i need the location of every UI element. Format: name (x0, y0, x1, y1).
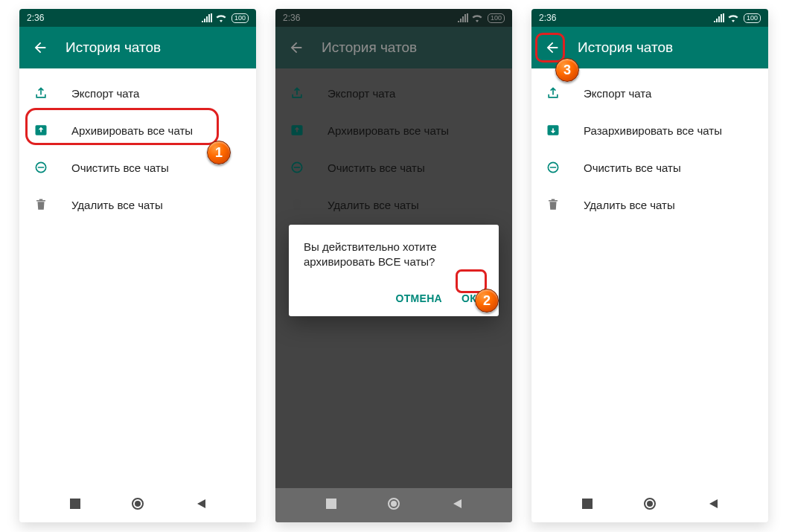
recent-apps-button[interactable] (69, 498, 81, 513)
trash-icon (545, 196, 561, 213)
status-bar: 2:36 100 (19, 9, 256, 27)
status-time: 2:36 (283, 13, 300, 23)
wifi-icon (727, 13, 739, 22)
dialog-cancel-button[interactable]: ОТМЕНА (388, 286, 449, 310)
row-archive-all: Архивировать все чаты (275, 112, 512, 149)
row-unarchive-all[interactable]: Разархивировать все чаты (531, 112, 768, 149)
row-label: Удалить все чаты (328, 199, 419, 211)
back-button[interactable] (539, 34, 566, 61)
status-time: 2:36 (539, 13, 556, 23)
settings-list: Экспорт чата Разархивировать все чаты Оч… (531, 68, 768, 488)
dialog-message: Вы действительно хотите архивировать ВСЕ… (304, 240, 484, 270)
export-icon (289, 85, 305, 101)
row-label: Экспорт чата (328, 87, 395, 100)
app-bar: История чатов (531, 27, 768, 68)
phone-screen-3: 2:36 100 История чатов Экспорт чата Раза… (531, 9, 768, 522)
svg-rect-7 (326, 499, 336, 509)
row-export-chat: Экспорт чата (275, 74, 512, 112)
home-button[interactable] (130, 496, 145, 514)
battery-indicator: 100 (744, 13, 761, 23)
settings-list: Экспорт чата Архивировать все чаты Очист… (19, 68, 256, 488)
back-button[interactable] (27, 34, 54, 61)
trash-icon (33, 196, 49, 213)
row-clear-all[interactable]: Очистить все чаты (531, 149, 768, 186)
status-time: 2:36 (27, 13, 44, 23)
app-bar: История чатов (275, 27, 512, 68)
battery-indicator: 100 (488, 13, 505, 23)
row-delete-all: Удалить все чаты (275, 186, 512, 223)
home-button[interactable] (642, 496, 657, 514)
row-label: Разархивировать все чаты (584, 124, 722, 137)
svg-point-14 (648, 501, 652, 506)
status-bar: 2:36 100 (275, 9, 512, 27)
export-icon (545, 85, 561, 101)
row-label: Очистить все чаты (584, 161, 681, 174)
wifi-icon (471, 13, 483, 22)
back-nav-button[interactable] (707, 498, 719, 513)
dialog-ok-button[interactable]: ОК (454, 286, 484, 310)
row-label: Архивировать все чаты (328, 124, 449, 137)
recent-apps-button[interactable] (581, 498, 593, 513)
recent-apps-button[interactable] (325, 498, 337, 513)
android-nav-bar (531, 488, 768, 522)
app-bar: История чатов (19, 27, 256, 68)
home-button[interactable] (386, 496, 401, 514)
row-label: Очистить все чаты (71, 161, 169, 174)
signal-icon (458, 13, 468, 22)
row-delete-all[interactable]: Удалить все чаты (531, 186, 768, 223)
arrow-left-icon (32, 39, 48, 56)
clear-icon (33, 159, 49, 176)
row-delete-all[interactable]: Удалить все чаты (19, 186, 256, 223)
phone-screen-1: 2:36 100 История чатов Экспорт чата Архи… (19, 9, 256, 522)
svg-point-9 (392, 501, 396, 506)
unarchive-icon (545, 122, 561, 138)
row-label: Очистить все чаты (328, 161, 425, 174)
page-title: История чатов (66, 39, 161, 56)
export-icon (33, 85, 49, 101)
back-nav-button[interactable] (451, 498, 463, 513)
arrow-left-icon (544, 39, 561, 56)
row-label: Удалить все чаты (71, 199, 163, 211)
clear-icon (545, 159, 561, 176)
android-nav-bar (19, 488, 256, 522)
back-nav-button[interactable] (195, 498, 207, 513)
row-clear-all[interactable]: Очистить все чаты (19, 149, 256, 186)
signal-icon (714, 13, 724, 22)
svg-rect-12 (582, 499, 593, 509)
page-title: История чатов (322, 39, 417, 56)
battery-indicator: 100 (231, 13, 249, 23)
row-archive-all[interactable]: Архивировать все чаты (19, 112, 256, 149)
page-title: История чатов (578, 39, 673, 56)
back-button[interactable] (283, 34, 310, 61)
row-label: Архивировать все чаты (71, 124, 193, 137)
wifi-icon (215, 13, 227, 22)
phone-screen-2: 2:36 100 История чатов Экспорт чата Архи… (275, 9, 512, 522)
arrow-left-icon (288, 39, 304, 56)
row-label: Удалить все чаты (584, 199, 675, 211)
svg-rect-2 (70, 499, 80, 509)
status-bar: 2:36 100 (531, 9, 768, 27)
android-nav-bar (275, 488, 512, 522)
row-label: Экспорт чата (71, 87, 139, 100)
signal-icon (202, 13, 212, 22)
confirm-dialog: Вы действительно хотите архивировать ВСЕ… (289, 225, 499, 316)
archive-icon (33, 122, 49, 138)
trash-icon (289, 196, 305, 213)
row-export-chat[interactable]: Экспорт чата (19, 74, 256, 112)
archive-icon (289, 122, 305, 138)
svg-point-4 (135, 501, 140, 506)
clear-icon (289, 159, 305, 176)
row-label: Экспорт чата (584, 87, 651, 100)
row-export-chat[interactable]: Экспорт чата (531, 74, 768, 112)
row-clear-all: Очистить все чаты (275, 149, 512, 186)
